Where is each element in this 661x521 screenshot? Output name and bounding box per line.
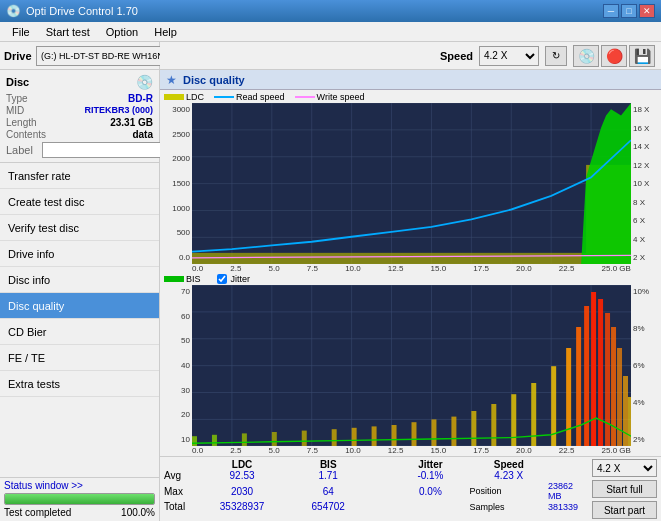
max-jitter-value: 0.0% — [391, 481, 469, 501]
panel-header-icon: ★ — [166, 73, 177, 87]
disc-label-input[interactable] — [42, 142, 171, 158]
y-top-right-12x: 12 X — [633, 161, 659, 170]
total-bis-value: 654702 — [285, 501, 371, 512]
sidebar: Drive (G:) HL-DT-ST BD-RE WH16NS48 1.D3 … — [0, 42, 160, 521]
create-test-disc-label: Create test disc — [8, 196, 84, 208]
x-bot-2-5: 2.5 — [230, 446, 241, 455]
sidebar-item-fe-te[interactable]: FE / TE — [0, 345, 159, 371]
progress-bar-container — [4, 493, 155, 505]
maximize-button[interactable]: □ — [621, 4, 637, 18]
y-top-right-10x: 10 X — [633, 179, 659, 188]
menu-file[interactable]: File — [4, 25, 38, 39]
menu-start-test[interactable]: Start test — [38, 25, 98, 39]
menu-help[interactable]: Help — [146, 25, 185, 39]
main-layout: Drive (G:) HL-DT-ST BD-RE WH16NS48 1.D3 … — [0, 42, 661, 521]
sidebar-item-verify-test-disc[interactable]: Verify test disc — [0, 215, 159, 241]
ldc-legend-label: LDC — [186, 92, 204, 102]
status-window-label[interactable]: Status window >> — [4, 480, 83, 491]
x-top-2-5: 2.5 — [230, 264, 241, 273]
y-bot-right-4p: 4% — [633, 398, 659, 407]
top-chart-svg — [192, 103, 631, 264]
y-top-right-14x: 14 X — [633, 142, 659, 151]
speed-refresh-button[interactable]: ↻ — [545, 46, 567, 66]
title-bar: 💿 Opti Drive Control 1.70 ─ □ ✕ — [0, 0, 661, 22]
cd-bier-label: CD Bier — [8, 326, 47, 338]
drive-label: Drive — [4, 50, 32, 62]
disc-length-value: 23.31 GB — [110, 117, 153, 128]
jitter-checkbox[interactable] — [217, 274, 227, 284]
disc-action-btn-2[interactable]: 🔴 — [601, 45, 627, 67]
bis-legend-color — [164, 276, 184, 282]
svg-rect-59 — [605, 313, 610, 446]
total-ldc-value: 35328937 — [199, 501, 285, 512]
y-top-2500: 2500 — [172, 130, 190, 139]
y-top-1000: 1000 — [172, 204, 190, 213]
sidebar-item-create-test-disc[interactable]: Create test disc — [0, 189, 159, 215]
bis-legend-label: BIS — [186, 274, 201, 284]
sidebar-item-disc-info[interactable]: Disc info — [0, 267, 159, 293]
disc-length-label: Length — [6, 117, 37, 128]
read-speed-legend-color — [214, 96, 234, 98]
svg-rect-58 — [598, 299, 603, 446]
svg-rect-57 — [591, 292, 596, 446]
start-part-button[interactable]: Start part — [592, 501, 657, 519]
stats-col-jitter: Jitter — [391, 459, 469, 470]
x-top-0: 0.0 — [192, 264, 203, 273]
avg-jitter-value: -0.1% — [391, 470, 469, 481]
drive-info-label: Drive info — [8, 248, 54, 260]
sidebar-item-cd-bier[interactable]: CD Bier — [0, 319, 159, 345]
x-bot-0: 0.0 — [192, 446, 203, 455]
svg-rect-41 — [302, 431, 307, 446]
extra-tests-label: Extra tests — [8, 378, 60, 390]
x-bot-5: 5.0 — [269, 446, 280, 455]
disc-type-label: Type — [6, 93, 28, 104]
samples-value: 381339 — [548, 501, 578, 512]
max-label: Max — [164, 481, 199, 501]
samples-label: Samples — [470, 501, 548, 512]
svg-marker-19 — [581, 103, 631, 264]
y-top-1500: 1500 — [172, 179, 190, 188]
start-full-button[interactable]: Start full — [592, 480, 657, 498]
sidebar-item-extra-tests[interactable]: Extra tests — [0, 371, 159, 397]
x-top-25: 25.0 GB — [602, 264, 631, 273]
avg-ldc-value: 92.53 — [199, 470, 285, 481]
status-completed-text: Test completed — [4, 507, 71, 518]
y-top-right-18x: 18 X — [633, 105, 659, 114]
sidebar-item-disc-quality[interactable]: Disc quality — [0, 293, 159, 319]
sidebar-item-drive-info[interactable]: Drive info — [0, 241, 159, 267]
svg-rect-42 — [332, 429, 337, 446]
max-bis-value: 64 — [285, 481, 371, 501]
disc-info-panel: Disc 💿 Type BD-R MID RITEKBR3 (000) Leng… — [0, 70, 159, 163]
sidebar-item-transfer-rate[interactable]: Transfer rate — [0, 163, 159, 189]
disc-quality-label: Disc quality — [8, 300, 64, 312]
bottom-chart-svg — [192, 285, 631, 446]
svg-rect-44 — [372, 426, 377, 446]
progress-bar-fill — [5, 494, 154, 504]
progress-percent: 100.0% — [121, 507, 155, 518]
svg-rect-60 — [611, 327, 616, 446]
x-top-22-5: 22.5 — [559, 264, 575, 273]
minimize-button[interactable]: ─ — [603, 4, 619, 18]
ldc-legend-color — [164, 94, 184, 100]
y-top-3000: 3000 — [172, 105, 190, 114]
y-bot-10: 10 — [181, 435, 190, 444]
avg-speed-value: 4.23 X — [470, 470, 548, 481]
x-bot-15: 15.0 — [431, 446, 447, 455]
y-bot-right-10p: 10% — [633, 287, 659, 296]
svg-rect-49 — [471, 411, 476, 446]
menu-option[interactable]: Option — [98, 25, 146, 39]
avg-bis-value: 1.71 — [285, 470, 371, 481]
close-button[interactable]: ✕ — [639, 4, 655, 18]
disc-action-btn-1[interactable]: 💿 — [573, 45, 599, 67]
svg-rect-43 — [352, 428, 357, 446]
disc-contents-label: Contents — [6, 129, 46, 140]
x-bot-10: 10.0 — [345, 446, 361, 455]
y-bot-40: 40 — [181, 361, 190, 370]
x-bot-20: 20.0 — [516, 446, 532, 455]
speed-select-top[interactable]: 4.2 X — [479, 46, 539, 66]
x-bot-7-5: 7.5 — [307, 446, 318, 455]
disc-action-btn-3[interactable]: 💾 — [629, 45, 655, 67]
speed-select-stats[interactable]: 4.2 X — [592, 459, 657, 477]
y-bot-30: 30 — [181, 386, 190, 395]
panel-header: ★ Disc quality — [160, 70, 661, 90]
